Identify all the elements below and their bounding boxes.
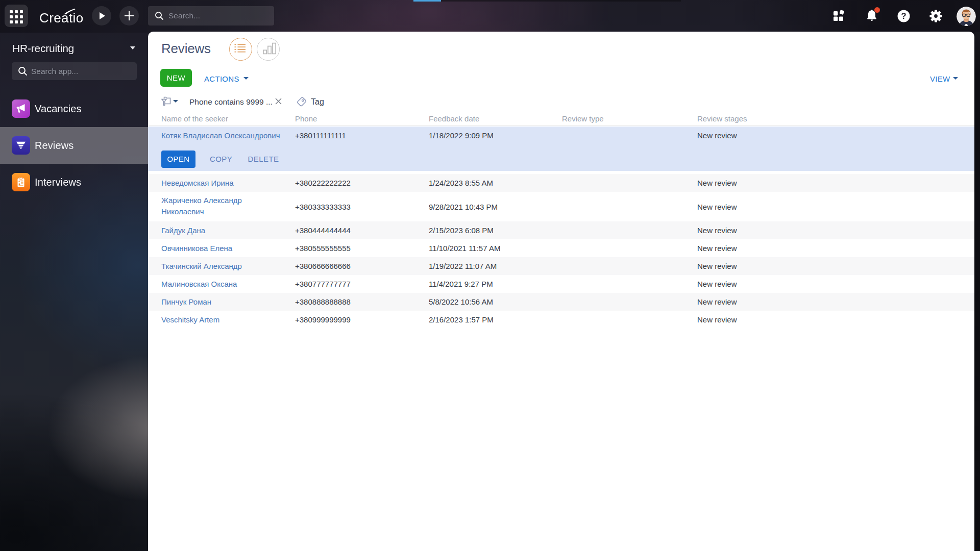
svg-text:?: ? <box>901 11 906 20</box>
svg-text:Creatio: Creatio <box>39 10 84 26</box>
